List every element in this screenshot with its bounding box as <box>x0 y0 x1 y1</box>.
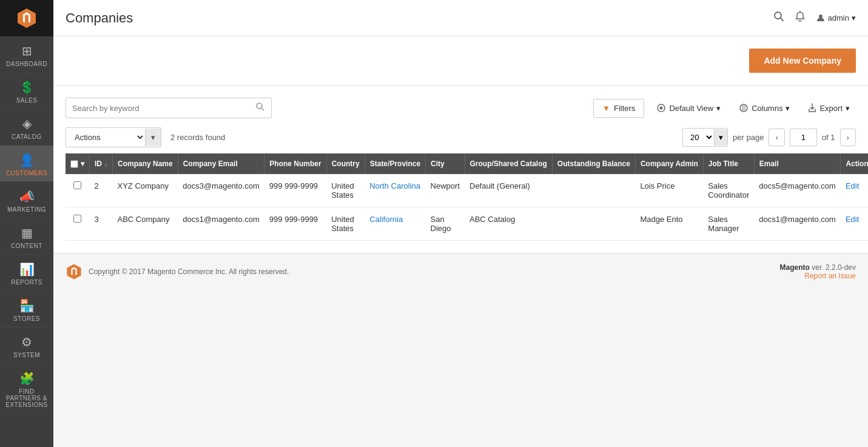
partners-icon: 🧩 <box>19 371 35 386</box>
notifications-icon[interactable] <box>795 11 805 25</box>
default-view-label: Default View <box>669 104 713 113</box>
footer-copyright: Copyright © 2017 Magento Commerce Inc. A… <box>89 267 289 276</box>
row-country: United States <box>326 207 365 241</box>
sidebar-item-catalog[interactable]: ◈ CATALOG <box>0 109 53 146</box>
sidebar-item-dashboard[interactable]: ⊞ DASHBOARD <box>0 36 53 73</box>
sidebar-item-reports-label: REPORTS <box>11 279 42 286</box>
th-state-province[interactable]: State/Province <box>365 153 425 174</box>
sidebar-item-reports[interactable]: 📊 REPORTS <box>0 255 53 291</box>
row-job-title: Sales Coordinator <box>703 174 754 207</box>
row-city: Newport <box>426 174 465 207</box>
th-group-shared-catalog[interactable]: Group/Shared Catalog <box>465 153 552 174</box>
sidebar: ⊞ DASHBOARD 💲 SALES ◈ CATALOG 👤 CUSTOMER… <box>0 0 53 447</box>
th-checkbox: ▾ <box>66 153 90 174</box>
actions-dropdown-button[interactable]: ▾ <box>145 129 161 146</box>
row-checkbox[interactable] <box>73 215 81 223</box>
th-outstanding-balance-label: Outstanding Balance <box>557 160 630 168</box>
th-company-admin-label: Company Admin <box>641 160 698 168</box>
sidebar-item-partners[interactable]: 🧩 FIND PARTNERS & EXTENSIONS <box>0 364 53 414</box>
report-issue-link[interactable]: Report an Issue <box>804 272 856 280</box>
search-input[interactable] <box>72 104 255 113</box>
row-checkbox[interactable] <box>73 181 81 189</box>
edit-link[interactable]: Edit <box>846 181 859 190</box>
records-count: 2 records found <box>170 133 225 142</box>
th-checkbox-chevron[interactable]: ▾ <box>81 160 84 168</box>
row-action[interactable]: Edit <box>841 174 868 207</box>
export-label: Export <box>819 104 843 113</box>
search-icon[interactable] <box>773 11 784 25</box>
sidebar-item-marketing[interactable]: 📣 MARKETING <box>0 182 53 218</box>
filter-icon: ▼ <box>602 104 610 113</box>
per-page-select[interactable]: 20 <box>683 129 714 146</box>
row-action[interactable]: Edit <box>841 207 868 241</box>
add-new-company-button[interactable]: Add New Company <box>749 49 856 73</box>
export-button[interactable]: Export ▾ <box>802 99 856 116</box>
row-country: United States <box>326 174 365 207</box>
row-state-province[interactable]: California <box>365 207 425 241</box>
th-outstanding-balance[interactable]: Outstanding Balance <box>552 153 635 174</box>
th-phone-number-label: Phone Number <box>269 160 321 168</box>
default-view-button[interactable]: Default View ▾ <box>650 99 727 116</box>
content-area: Add New Company ▼ Filter <box>53 36 868 447</box>
search-submit-icon[interactable] <box>255 102 265 114</box>
sidebar-item-catalog-label: CATALOG <box>12 133 42 140</box>
sidebar-logo <box>0 0 53 36</box>
columns-chevron-icon: ▾ <box>786 104 790 113</box>
admin-menu[interactable]: admin ▾ <box>816 13 856 23</box>
row-phone-number: 999 999-9999 <box>264 174 326 207</box>
next-page-button[interactable]: › <box>840 129 856 146</box>
per-page-dropdown-button[interactable]: ▾ <box>714 129 727 146</box>
th-state-province-label: State/Province <box>370 160 420 168</box>
th-city-label: City <box>431 160 445 168</box>
th-phone-number[interactable]: Phone Number <box>264 153 326 174</box>
footer-right: Magento ver. 2.2.0-dev Report an Issue <box>780 263 856 280</box>
filters-button[interactable]: ▼ Filters <box>593 99 644 118</box>
th-country[interactable]: Country <box>326 153 365 174</box>
row-group-shared-catalog: ABC Catalog <box>465 207 552 241</box>
th-job-title[interactable]: Job Title <box>703 153 754 174</box>
row-outstanding-balance <box>552 174 635 207</box>
th-company-name[interactable]: Company Name <box>113 153 178 174</box>
sidebar-item-system[interactable]: ⚙ SYSTEM <box>0 328 53 364</box>
select-all-checkbox[interactable] <box>70 160 78 168</box>
th-city[interactable]: City <box>426 153 465 174</box>
sidebar-item-stores-label: STORES <box>13 315 40 322</box>
sales-icon: 💲 <box>19 80 35 95</box>
th-country-label: Country <box>332 160 360 168</box>
page-number-input[interactable] <box>790 129 817 146</box>
sidebar-item-sales[interactable]: 💲 SALES <box>0 73 53 109</box>
row-company-email: docs1@magento.com <box>178 207 264 241</box>
edit-link[interactable]: Edit <box>846 215 859 224</box>
th-email-label: Email <box>759 160 779 168</box>
sidebar-item-content[interactable]: ▦ CONTENT <box>0 218 53 255</box>
row-phone-number: 999 999-9999 <box>264 207 326 241</box>
row-state-province[interactable]: North Carolina <box>365 174 425 207</box>
row-company-name: ABC Company <box>113 207 178 241</box>
actions-select[interactable]: Actions <box>66 128 145 147</box>
row-checkbox-cell[interactable] <box>66 207 90 241</box>
page-header: Companies admin <box>53 0 868 36</box>
stores-icon: 🏪 <box>19 298 35 313</box>
dashboard-icon: ⊞ <box>22 44 32 58</box>
magento-logo-icon <box>16 7 38 29</box>
th-email[interactable]: Email <box>754 153 841 174</box>
prev-page-button[interactable]: ‹ <box>769 129 784 146</box>
row-company-email: docs3@magento.com <box>178 174 264 207</box>
header-actions: admin ▾ <box>773 11 856 25</box>
th-action-label: Action <box>846 160 868 168</box>
page-title: Companies <box>66 10 773 26</box>
svg-line-1 <box>780 18 782 21</box>
th-id[interactable]: ID ↓ <box>90 153 113 174</box>
admin-chevron-icon: ▾ <box>852 13 856 22</box>
columns-button[interactable]: Columns ▾ <box>733 99 796 116</box>
top-bar: Add New Company <box>53 36 868 86</box>
sidebar-item-sales-label: SALES <box>16 97 38 104</box>
th-company-email[interactable]: Company Email <box>178 153 264 174</box>
th-company-admin[interactable]: Company Admin <box>635 153 703 174</box>
sidebar-item-stores[interactable]: 🏪 STORES <box>0 291 53 328</box>
sidebar-item-customers[interactable]: 👤 CUSTOMERS <box>0 146 53 182</box>
customers-icon: 👤 <box>19 153 35 167</box>
sidebar-item-partners-label: FIND PARTNERS & EXTENSIONS <box>3 388 50 408</box>
per-page-label: per page <box>733 133 764 142</box>
row-checkbox-cell[interactable] <box>66 174 90 207</box>
